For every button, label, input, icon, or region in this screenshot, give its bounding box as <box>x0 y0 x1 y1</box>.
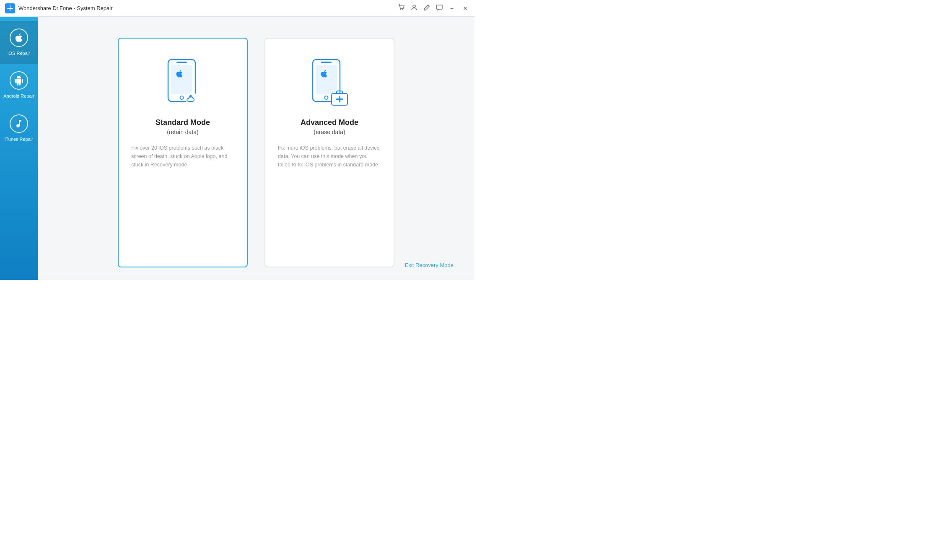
svg-rect-5 <box>436 5 442 9</box>
advanced-mode-icon-area <box>304 55 355 110</box>
close-button[interactable]: ✕ <box>461 4 469 13</box>
cart-icon[interactable] <box>398 4 405 12</box>
edit-icon[interactable] <box>423 4 430 12</box>
svg-rect-7 <box>171 65 192 94</box>
android-repair-label: Android Repair <box>3 93 34 99</box>
sidebar: iOS Repair Android Repair iTunes Repair <box>0 17 38 280</box>
title-bar: Wondershare Dr.Fone - System Repair <box>0 0 474 17</box>
svg-point-8 <box>180 96 184 99</box>
advanced-mode-card[interactable]: Advanced Mode (erase data) Fix more iOS … <box>264 38 394 267</box>
title-bar-controls: − ✕ <box>398 4 469 13</box>
ios-repair-icon <box>10 29 28 47</box>
cards-container: Standard Mode (retain data) Fix over 20 … <box>63 38 449 267</box>
content-area: Standard Mode (retain data) Fix over 20 … <box>38 17 474 280</box>
advanced-mode-title: Advanced Mode <box>301 118 358 127</box>
title-bar-left: Wondershare Dr.Fone - System Repair <box>5 3 112 13</box>
svg-rect-17 <box>336 99 343 100</box>
chat-icon[interactable] <box>436 4 443 12</box>
standard-mode-desc: Fix over 20 iOS problems such as black s… <box>131 144 234 169</box>
app-logo <box>5 3 15 13</box>
sidebar-item-itunes-repair[interactable]: iTunes Repair <box>0 107 38 150</box>
minimize-button[interactable]: − <box>449 4 455 13</box>
app-title: Wondershare Dr.Fone - System Repair <box>18 5 112 11</box>
svg-rect-12 <box>316 65 337 94</box>
sidebar-item-android-repair[interactable]: Android Repair <box>0 64 38 106</box>
standard-mode-title: Standard Mode <box>156 118 210 127</box>
android-repair-icon <box>10 71 28 90</box>
svg-rect-14 <box>321 62 332 63</box>
main-layout: iOS Repair Android Repair iTunes Repair <box>0 17 474 280</box>
svg-point-3 <box>402 9 403 10</box>
exit-recovery-link[interactable]: Exit Recovery Mode <box>405 262 454 268</box>
svg-point-13 <box>325 96 328 99</box>
standard-mode-subtitle: (retain data) <box>167 129 198 135</box>
user-icon[interactable] <box>411 4 417 12</box>
sidebar-item-ios-repair[interactable]: iOS Repair <box>0 21 38 64</box>
advanced-mode-subtitle: (erase data) <box>314 129 345 135</box>
itunes-repair-label: iTunes Repair <box>5 136 33 142</box>
svg-rect-9 <box>176 62 187 63</box>
standard-mode-icon-area <box>160 55 206 110</box>
advanced-mode-desc: Fix more iOS problems, but erase all dev… <box>278 144 381 169</box>
svg-rect-1 <box>10 5 10 11</box>
ios-repair-label: iOS Repair <box>8 50 30 56</box>
standard-mode-card[interactable]: Standard Mode (retain data) Fix over 20 … <box>118 38 248 267</box>
svg-point-2 <box>400 9 401 10</box>
itunes-repair-icon <box>10 114 28 133</box>
svg-point-4 <box>413 5 415 8</box>
